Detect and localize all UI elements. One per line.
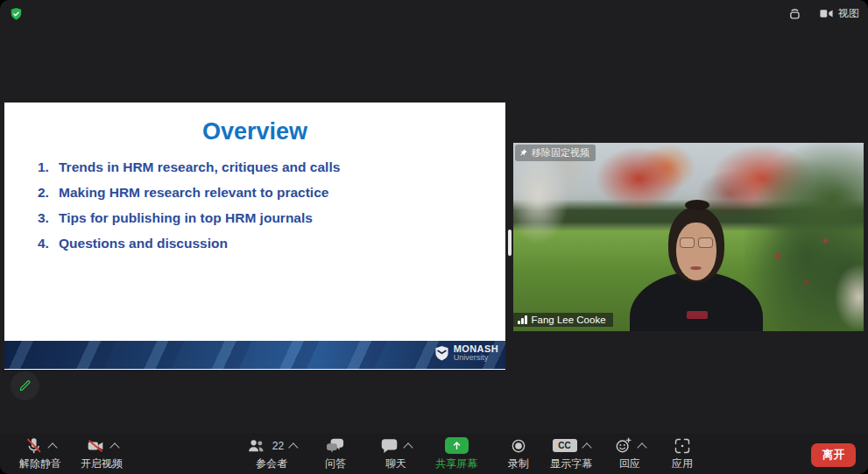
list-item: 4. Questions and discussion (38, 237, 495, 251)
pinned-video-label-text: 移除固定视频 (532, 146, 589, 159)
pin-icon (519, 148, 528, 158)
slide-title: Overview (4, 118, 505, 145)
shared-screen-slide: Overview 1. Trends in HRM research, crit… (4, 103, 505, 370)
view-button-label: 视图 (838, 6, 859, 21)
video-options-caret[interactable] (109, 442, 119, 452)
pinned-video-label[interactable]: 移除固定视频 (515, 145, 596, 161)
reactions-button[interactable]: 回应 (614, 436, 646, 471)
chat-button[interactable]: 聊天 (380, 436, 412, 471)
chat-bubble-icon (380, 437, 399, 455)
unmute-options-caret[interactable] (47, 442, 57, 452)
camera-off-icon (86, 437, 105, 455)
speaker-lips (690, 266, 702, 270)
security-shield-icon[interactable] (9, 6, 24, 22)
participants-label: 参会者 (256, 456, 287, 471)
panel-resize-handle[interactable] (508, 230, 512, 256)
qa-label: 问答 (325, 456, 346, 471)
view-button[interactable]: 视图 (819, 6, 859, 21)
chat-label: 聊天 (385, 456, 406, 471)
qa-button[interactable]: 问答 (325, 436, 346, 471)
monash-shield-icon (434, 345, 449, 362)
record-button[interactable]: 录制 (508, 436, 529, 471)
reactions-label: 回应 (619, 456, 640, 471)
apps-label: 应用 (672, 456, 693, 471)
slide-list: 1. Trends in HRM research, critiques and… (38, 160, 495, 262)
qa-bubbles-icon (326, 437, 345, 455)
chat-options-caret[interactable] (403, 442, 413, 452)
monash-logo-text: MONASH University (454, 344, 498, 362)
reactions-smiley-icon (614, 436, 632, 455)
share-screen-button[interactable]: 共享屏幕 (435, 436, 477, 471)
cc-icon: CC (553, 439, 577, 452)
view-layout-icon (819, 7, 834, 20)
list-item: 1. Trends in HRM research, critiques and… (38, 160, 495, 174)
share-screen-label: 共享屏幕 (435, 456, 477, 471)
topbar-right-controls: 视图 (786, 4, 859, 23)
list-item-text: Questions and discussion (59, 237, 228, 251)
meeting-toolbar: 解除静音 开启视频 (0, 434, 868, 474)
monash-name: MONASH (454, 344, 498, 353)
participants-button[interactable]: 22 参会者 (246, 436, 297, 471)
list-item-text: Trends in HRM research, critiques and ca… (59, 160, 340, 174)
speaker-chest-badge (687, 311, 708, 319)
monash-logo: MONASH University (434, 344, 498, 362)
participants-options-caret[interactable] (289, 442, 299, 452)
record-label: 录制 (508, 456, 529, 471)
unmute-button[interactable]: 解除静音 (19, 436, 61, 471)
monash-sub: University (454, 353, 498, 362)
captions-label: 显示字幕 (550, 456, 592, 471)
video-scene-bushes (745, 143, 864, 331)
microphone-muted-icon (25, 436, 43, 455)
annotate-button[interactable] (11, 371, 39, 400)
participants-icon (246, 437, 266, 455)
list-item-number: 2. (38, 186, 59, 200)
participants-count: 22 (272, 440, 284, 452)
reactions-options-caret[interactable] (637, 442, 646, 452)
start-video-button[interactable]: 开启视频 (81, 436, 123, 471)
list-item: 2. Making HRM research relevant to pract… (38, 186, 495, 200)
signal-bars-icon (518, 315, 527, 324)
apps-icon (674, 437, 691, 455)
list-item-number: 3. (38, 211, 59, 225)
list-item-text: Tips for publishing in top HRM journals (59, 211, 313, 225)
list-item-text: Making HRM research relevant to practice (59, 186, 328, 200)
slide-footer-banner: MONASH University (4, 341, 505, 369)
pencil-icon (18, 378, 32, 393)
zoom-meeting-window: 视图 Overview 1. Trends in HRM research, c… (0, 0, 868, 474)
list-item-number: 1. (38, 160, 59, 174)
list-item-number: 4. (38, 237, 59, 251)
participant-name: Fang Lee Cooke (532, 315, 606, 325)
speaker-glasses (680, 237, 713, 247)
video-tile[interactable]: 移除固定视频 Fang Lee Cooke (513, 143, 864, 331)
start-video-label: 开启视频 (81, 456, 123, 471)
meeting-canvas: 视图 Overview 1. Trends in HRM research, c… (0, 0, 868, 474)
speaker-hair-bun (685, 200, 709, 210)
speaker-face (676, 223, 716, 280)
list-item: 3. Tips for publishing in top HRM journa… (38, 211, 495, 225)
captions-button[interactable]: CC 显示字幕 (550, 436, 592, 471)
record-icon (510, 437, 527, 455)
unmute-label: 解除静音 (19, 456, 61, 471)
leave-meeting-button[interactable]: 离开 (811, 443, 856, 467)
apps-button[interactable]: 应用 (672, 436, 693, 471)
float-view-icon[interactable] (786, 4, 803, 22)
participant-name-label: Fang Lee Cooke (513, 313, 613, 327)
share-screen-icon (445, 437, 469, 454)
captions-options-caret[interactable] (582, 442, 591, 452)
